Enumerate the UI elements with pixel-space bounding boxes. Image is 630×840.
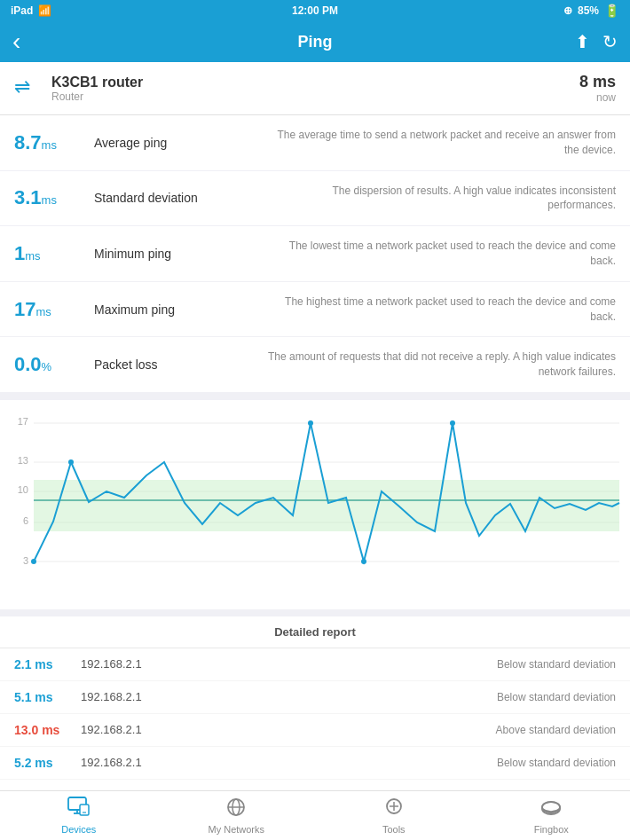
tab-networks[interactable]: My Networks xyxy=(158,797,316,835)
report-ip-4: 192.168.2.1 xyxy=(81,756,497,769)
page-title: Ping xyxy=(298,33,333,51)
stat-row-loss: 0.0% Packet loss The amount of requests … xyxy=(0,337,630,393)
stat-max-label: Maximum ping xyxy=(94,302,268,317)
report-ip-2: 192.168.2.1 xyxy=(81,690,497,703)
svg-point-14 xyxy=(308,420,313,426)
stats-section: 8.7ms Average ping The average time to s… xyxy=(0,115,630,400)
stat-max-desc: The highest time a network packet used t… xyxy=(268,294,616,325)
chart-svg: 17 13 10 6 3 xyxy=(9,409,621,604)
svg-point-13 xyxy=(68,459,74,465)
report-status-1: Below standard deviation xyxy=(497,658,616,671)
stat-min-value: 1ms xyxy=(14,242,94,265)
report-ip-1: 192.168.2.1 xyxy=(81,657,497,671)
tab-devices-label: Devices xyxy=(61,824,96,835)
report-row-2: 5.1 ms 192.168.2.1 Below standard deviat… xyxy=(0,681,630,714)
tab-fingbox[interactable]: Fingbox xyxy=(473,797,631,835)
stat-stddev-desc: The dispersion of results. A high value … xyxy=(268,184,616,214)
chart-section: 17 13 10 6 3 xyxy=(0,400,630,616)
stat-row-avg: 8.7ms Average ping The average time to s… xyxy=(0,115,630,171)
report-ip-3: 192.168.2.1 xyxy=(81,723,496,736)
svg-text:6: 6 xyxy=(23,515,28,526)
report-ms-1: 2.1 ms xyxy=(14,657,81,671)
svg-rect-20 xyxy=(80,805,89,815)
back-icon: ‹ xyxy=(12,27,20,56)
device-details: K3CB1 router Router xyxy=(51,75,143,103)
nav-right-icons: ⬆ ↻ xyxy=(575,31,618,52)
stat-row-min: 1ms Minimum ping The lowest time a netwo… xyxy=(0,226,630,282)
stat-stddev-label: Standard deviation xyxy=(94,191,268,205)
svg-text:10: 10 xyxy=(18,484,28,495)
nav-bar: ‹ Ping ⬆ ↻ xyxy=(0,21,630,62)
tab-devices[interactable]: Devices xyxy=(0,797,158,835)
device-icon: ⇌ xyxy=(14,75,41,102)
report-ms-4: 5.2 ms xyxy=(14,756,81,770)
svg-point-12 xyxy=(31,559,36,564)
stat-loss-label: Packet loss xyxy=(94,357,268,372)
ping-chart: 17 13 10 6 3 xyxy=(9,409,621,604)
report-row-4: 5.2 ms 192.168.2.1 Below standard deviat… xyxy=(0,747,630,780)
stat-loss-value: 0.0% xyxy=(14,353,94,376)
status-bar: iPad 📶 12:00 PM ⊕ 85% 🔋 xyxy=(0,0,630,21)
fingbox-icon xyxy=(539,797,563,821)
device-time-label: now xyxy=(579,91,616,104)
status-right: ⊕ 85% 🔋 xyxy=(563,4,619,18)
devices-icon xyxy=(67,797,91,821)
networks-icon xyxy=(225,797,247,821)
wifi-icon: 📶 xyxy=(38,4,51,17)
tab-tools[interactable]: Tools xyxy=(315,797,473,835)
device-name: K3CB1 router xyxy=(51,75,143,90)
report-row-3: 13.0 ms 192.168.2.1 Above standard devia… xyxy=(0,714,630,747)
tab-tools-label: Tools xyxy=(382,824,406,835)
device-header: ⇌ K3CB1 router Router 8 ms now xyxy=(0,62,630,115)
stat-row-max: 17ms Maximum ping The highest time a net… xyxy=(0,282,630,338)
refresh-icon[interactable]: ↻ xyxy=(602,31,618,52)
report-status-4: Below standard deviation xyxy=(497,757,616,769)
report-status-3: Above standard deviation xyxy=(496,724,616,736)
tab-fingbox-label: Fingbox xyxy=(534,824,569,835)
tab-networks-label: My Networks xyxy=(208,824,264,835)
battery-icon: 🔋 xyxy=(604,4,619,18)
report-section: Detailed report 2.1 ms 192.168.2.1 Below… xyxy=(0,616,630,813)
device-type: Router xyxy=(51,90,143,103)
stat-stddev-value: 3.1ms xyxy=(14,186,94,209)
device-latency: 8 ms now xyxy=(579,73,616,104)
report-row-1: 2.1 ms 192.168.2.1 Below standard deviat… xyxy=(0,648,630,681)
svg-text:13: 13 xyxy=(18,455,28,466)
report-ms-3: 13.0 ms xyxy=(14,723,81,737)
report-status-2: Below standard deviation xyxy=(497,691,616,703)
share-icon[interactable]: ⬆ xyxy=(575,31,590,52)
svg-text:3: 3 xyxy=(23,555,28,566)
report-title: Detailed report xyxy=(0,616,630,648)
location-icon: ⊕ xyxy=(563,4,572,17)
stat-min-label: Minimum ping xyxy=(94,247,268,261)
stat-avg-label: Average ping xyxy=(94,136,268,150)
svg-rect-10 xyxy=(34,480,619,531)
stat-max-value: 17ms xyxy=(14,298,94,321)
stat-avg-desc: The average time to send a network packe… xyxy=(268,128,616,158)
carrier-label: iPad xyxy=(11,4,33,17)
battery-label: 85% xyxy=(578,4,599,17)
report-ms-2: 5.1 ms xyxy=(14,690,81,704)
svg-point-16 xyxy=(450,420,455,426)
status-time: 12:00 PM xyxy=(292,4,338,17)
stat-avg-value: 8.7ms xyxy=(14,131,94,154)
device-ms-value: 8 ms xyxy=(579,73,616,91)
device-info: ⇌ K3CB1 router Router xyxy=(14,75,143,103)
tools-icon xyxy=(384,797,404,821)
svg-text:17: 17 xyxy=(18,416,28,427)
tab-bar: Devices My Networks Tools xyxy=(0,790,630,840)
stat-min-desc: The lowest time a network packet used to… xyxy=(268,239,616,269)
back-button[interactable]: ‹ xyxy=(12,27,20,56)
svg-point-15 xyxy=(361,559,366,564)
status-left: iPad 📶 xyxy=(11,4,51,17)
stat-loss-desc: The amount of requests that did not rece… xyxy=(268,349,616,380)
stat-row-stddev: 3.1ms Standard deviation The dispersion … xyxy=(0,171,630,227)
